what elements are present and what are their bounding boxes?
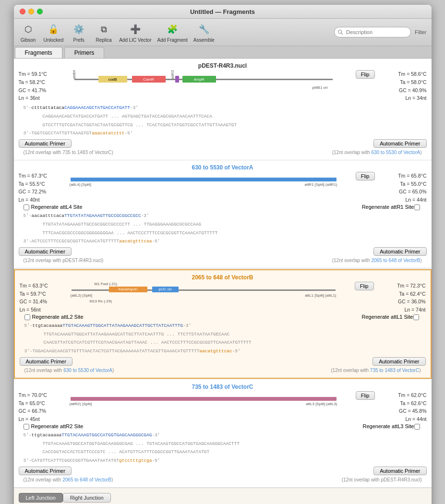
f4-ln-left: Ln = 45nt — [19, 415, 67, 423]
f1-tm-left: Tm = 59.1°C — [19, 70, 67, 78]
fragment4-primer-row: Automatic Primer Automatic Primer — [19, 467, 427, 475]
f1-ta-left: Ta = 58.2°C — [19, 78, 67, 86]
assemble-label: Assemble — [193, 37, 215, 43]
fragment4-seq-bottom: 3'-CATGTTCATTTCGGCCGGTTGAAATAATATGTgtcct… — [24, 457, 422, 465]
f2-gc-left: GC = 72.2% — [19, 188, 67, 196]
f3-regen-right: Regenerate attL1 Site — [361, 314, 421, 320]
add-fragment-button[interactable]: 🧩 Add Fragment — [157, 22, 187, 43]
f4-ta-right: Ta = 62.6°C — [379, 399, 427, 408]
assemble-button[interactable]: 🔧 Assemble — [193, 22, 215, 43]
search-input[interactable] — [334, 27, 411, 37]
f3-ta-right: Ta = 62.4°C — [378, 290, 426, 298]
fragment3-overlaps: (12nt overlap with 630 to 5530 of Vector… — [24, 368, 421, 373]
fragment1-flip-col: Flip — [340, 70, 379, 79]
fragment3-primer-right-btn[interactable]: Automatic Primer — [373, 357, 425, 366]
fragment4-flip-button[interactable]: Flip — [356, 391, 375, 400]
plasmid-section: Left Junction Right Junction (12nt overl… — [14, 488, 432, 504]
prefs-label: Prefs — [73, 37, 84, 43]
f2-ta-right: Ta = 55.0°C — [379, 180, 427, 188]
fragment4-params-right: Tm = 62.0°C Ta = 62.6°C GC = 45.8% Ln = … — [379, 391, 427, 423]
f3-regen-right-checkbox[interactable] — [413, 314, 419, 320]
prefs-icon: ⚙️ — [71, 22, 86, 37]
fragment2-regen-row: Regenerate attL4 Site Regenerate attR1 S… — [24, 204, 422, 210]
replica-button[interactable]: ⧉ Replica — [94, 22, 113, 43]
f1-ta-right: Ta = 58.0°C — [379, 78, 427, 86]
f4-regen-right: Regenerate attL3 Site — [362, 423, 421, 430]
f2-gc-right: GC = 65.0% — [379, 188, 427, 196]
add-lic-button[interactable]: ➕ Add LIC Vector — [119, 22, 151, 43]
f1-overlap-left: (12nt overlap with 735 to 1483 of Vector… — [24, 150, 113, 155]
fragment1-flip-button[interactable]: Flip — [356, 70, 375, 79]
fragment2-seq-mid: TTGTATATAGAAAGTTGCCGCGGCCGCCCCTT ... TTG… — [24, 221, 422, 228]
add-lic-label: Add LIC Vector — [119, 37, 151, 43]
attr2-label: (attR2) [Split] — [70, 402, 92, 406]
f4-gc-left: GC = 66.7% — [19, 407, 67, 415]
left-junction-tab[interactable]: Left Junction — [19, 493, 63, 503]
fragment3-flip-button[interactable]: Flip — [355, 282, 374, 290]
camr-gene: CamR — [132, 76, 166, 83]
right-junction-tab[interactable]: Right Junction — [63, 493, 111, 503]
f4-regen-left: Regenerate attR2 Site — [24, 423, 84, 430]
toolbar: ⬡ Gibson 🔓 Unlocked ⚙️ Prefs ⧉ Replica ➕… — [14, 19, 432, 46]
f3-regen-left-checkbox[interactable] — [24, 314, 30, 320]
m13rx-label: M13 Rx (-29) — [90, 299, 112, 303]
prefs-button[interactable]: ⚙️ Prefs — [69, 22, 88, 43]
f4-overlap-right: (12nt overlap with pDEST-R4R3.nucl) — [342, 477, 422, 482]
fragment2-seq-bottom: 3'-ACTCCCTTTCCGCGCGGTTCAAACATGTTTTTaacat… — [24, 238, 422, 245]
plasmid-right — [350, 493, 427, 504]
fragment4-primer-right-btn[interactable]: Automatic Primer — [373, 467, 426, 475]
f3-regen-left: Regenerate attL2 Site — [24, 314, 84, 320]
fragment1-center: attB4 codB CamR attR3 AmpR pMB1 ori — [67, 70, 340, 96]
f4-tm-right: Tm = 62.0°C — [379, 391, 427, 399]
fragment1-title: pDEST-R4R3.nucl — [19, 62, 427, 69]
gibson-button[interactable]: ⬡ Gibson — [19, 22, 38, 43]
f4-gc-right: GC = 45.8% — [379, 407, 427, 415]
fragment4-regen-row: Regenerate attR2 Site Regenerate attL3 S… — [24, 423, 422, 430]
fragment2-primer-left-btn[interactable]: Automatic Primer — [19, 247, 72, 256]
fragment4-primer-left-btn[interactable]: Automatic Primer — [19, 467, 72, 475]
fragment4-seqs: 5'-ttgtacaaaaaTTGTACAAAGTGGCCATGGTGAGCAA… — [24, 432, 422, 465]
f3-ln-left: Ln = 56nt — [20, 306, 68, 314]
maximize-button[interactable] — [37, 9, 43, 14]
fragment2-seq-mid2: TTTCAACGCGCCCGGCGGGGGGGGAA ... AACTCCCTT… — [24, 229, 422, 237]
tab-primers[interactable]: Primers — [64, 47, 104, 58]
fragment1-inner: Tm = 59.1°C Ta = 58.2°C GC = 41.7% Ln = … — [19, 70, 427, 102]
fragment2-primer-right-btn[interactable]: Automatic Primer — [373, 247, 426, 256]
toolbar-right: Filter — [334, 27, 426, 37]
f1-ln-right: Ln = 34nt — [379, 94, 427, 102]
f2-tm-left: Tm = 67.3°C — [19, 172, 67, 180]
fragment2-params-left: Tm = 67.3°C Ta = 55.5°C GC = 72.2% Ln = … — [19, 172, 67, 204]
attl1-marker — [175, 76, 179, 83]
f2-regen-right: Regenerate attR1 Site — [362, 204, 422, 210]
f3-overlap-right: (12nt overlap with 735 to 1483 of Vector… — [331, 368, 421, 373]
f2-regen-left-checkbox[interactable] — [24, 204, 29, 210]
f2-regen-right-checkbox[interactable] — [414, 204, 420, 210]
f4-regen-right-checkbox[interactable] — [414, 424, 420, 430]
close-button[interactable] — [20, 9, 25, 14]
fragment2-flip-button[interactable]: Flip — [356, 172, 375, 180]
f4-regen-left-checkbox[interactable] — [24, 424, 29, 430]
attr3-label: attR3 — [170, 70, 175, 79]
f4-ta-left: Ta = 65.0°C — [19, 399, 67, 408]
unlocked-button[interactable]: 🔓 Unlocked — [44, 22, 64, 43]
fragment3-primer-left-btn[interactable]: Automatic Primer — [20, 357, 72, 366]
fragment4-overlaps: (12nt overlap with 2065 to 648 of Vector… — [24, 477, 422, 482]
tab-bar: Fragments Primers — [14, 46, 432, 59]
f3-ta-left: Ta = 59.7°C — [20, 290, 68, 298]
fragment3-inner: Tm = 63.3°C Ta = 59.7°C GC = 31.4% Ln = … — [20, 282, 426, 314]
fragment1-primer-left-btn[interactable]: Automatic Primer — [19, 139, 72, 148]
f1-gc-left: GC = 41.7% — [19, 86, 67, 95]
fragment1-primer-right-btn[interactable]: Automatic Primer — [373, 139, 426, 148]
tab-fragments[interactable]: Fragments — [15, 47, 62, 58]
fragment4-seq-mid2: CACCGGTACCACTCGTTCCCGTC ... ACATGTTCATTT… — [24, 448, 422, 456]
fragment4-center: (attR2) [Split] attL3 [Split] (attL3) — [67, 391, 340, 410]
f3-gc-right: GC = 36.0% — [378, 298, 426, 306]
unlock-icon: 🔓 — [46, 22, 61, 37]
f3-ln-right: Ln = 74nt — [378, 306, 426, 314]
fragment1-overlaps: (12nt overlap with 735 to 1483 of Vector… — [24, 150, 422, 155]
fragment1-primer-row: Automatic Primer Automatic Primer — [19, 139, 427, 148]
minimize-button[interactable] — [28, 9, 34, 14]
pmb1-label: pMB1 ori — [312, 85, 327, 90]
f2-ln-left: Ln = 40nt — [19, 196, 67, 204]
fragment4-diagram: (attR2) [Split] attL3 [Split] (attL3) — [70, 391, 337, 408]
